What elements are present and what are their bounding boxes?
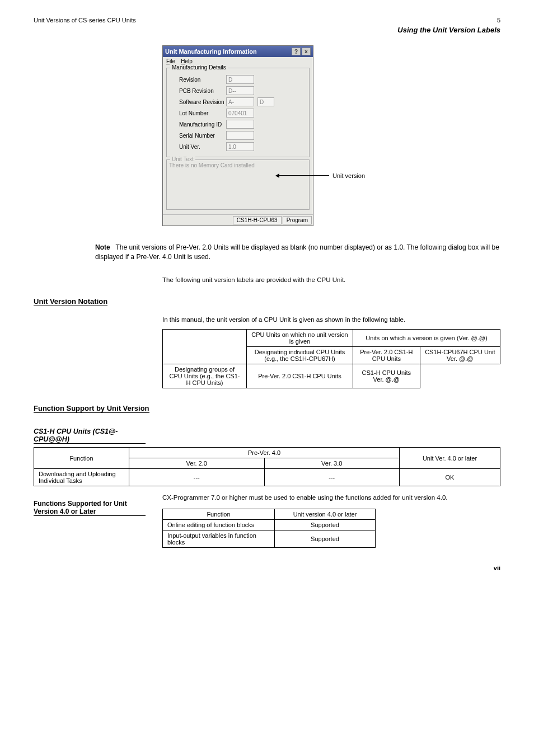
func-text-heading: Functions Supported for Unit Version 4.0… bbox=[34, 500, 146, 516]
header-right: 5 bbox=[497, 17, 500, 24]
input-lot: 070401 bbox=[226, 109, 254, 118]
dialog-window: Unit Manufacturing Information ? × File … bbox=[162, 45, 313, 226]
header-left: Unit Versions of CS-series CPU Units bbox=[34, 17, 136, 24]
label-serial: Serial Number bbox=[170, 133, 226, 139]
t2-h-v4: Unit Ver. 4.0 or later bbox=[400, 448, 500, 469]
table1-wrap: CPU Units on which no unit version is gi… bbox=[162, 329, 500, 388]
menu-help[interactable]: Help bbox=[181, 58, 193, 64]
notation-heading: Unit Version Notation bbox=[34, 297, 107, 306]
t3-r1a: Online editing of function blocks bbox=[163, 520, 275, 530]
t1-h1: CPU Units on which no unit version is gi… bbox=[247, 330, 353, 347]
t2-h-func: Function bbox=[34, 448, 129, 469]
t1-h-blank bbox=[163, 330, 247, 364]
input-unitver: 1.0 bbox=[226, 142, 254, 151]
t2-h-v3: Ver. 3.0 bbox=[264, 458, 400, 469]
group-unit-text: Unit Text There is no Memory Card instal… bbox=[166, 159, 310, 210]
t2-r1b2: --- bbox=[264, 469, 400, 486]
func-heading: Function Support by Unit Version bbox=[34, 404, 149, 413]
input-mfg bbox=[226, 120, 254, 129]
statusbar: CS1H-H-CPU63 Program bbox=[163, 214, 313, 226]
t1-r1c: CS1H-CPU67H CPU Unit Ver. @.@ bbox=[420, 347, 500, 364]
t1-r1a: Designating individual CPU Units (e.g., … bbox=[247, 347, 353, 364]
input-pcb: D-- bbox=[226, 86, 254, 95]
t2-r1c: OK bbox=[400, 469, 500, 486]
label-revision: Revision bbox=[170, 77, 226, 83]
arrow-icon bbox=[279, 175, 329, 176]
t2-r1: Downloading and Uploading Individual Tas… bbox=[34, 469, 129, 486]
t2-h-v2: Ver. 2.0 bbox=[129, 458, 265, 469]
label-lot: Lot Number bbox=[170, 110, 226, 116]
status-model: CS1H-H-CPU63 bbox=[233, 216, 282, 224]
notation-text: In this manual, the unit version of a CP… bbox=[162, 315, 500, 325]
t1-r2b: Pre-Ver. 2.0 CS1-H CPU Units bbox=[247, 364, 353, 388]
group-title-1: Manufacturing Details bbox=[170, 64, 228, 71]
input-sw2: D bbox=[257, 97, 274, 106]
input-revision: D bbox=[226, 75, 254, 84]
titlebar: Unit Manufacturing Information ? × bbox=[163, 46, 313, 57]
arrow-label: Unit version bbox=[332, 172, 365, 179]
t3-r1b: Supported bbox=[275, 520, 376, 530]
input-serial bbox=[226, 131, 254, 140]
t2-r1b: --- bbox=[129, 469, 265, 486]
t3-h2: Unit version 4.0 or later bbox=[275, 509, 376, 520]
labels-text: The following unit version labels are pr… bbox=[162, 275, 500, 285]
dialog-title: Unit Manufacturing Information bbox=[165, 48, 257, 55]
unit-text-content: There is no Memory Card installed bbox=[169, 162, 255, 168]
t1-r2a: Designating groups of CPU Units (e.g., t… bbox=[163, 364, 247, 388]
group-manufacturing: Manufacturing Details Revision D PCB Rev… bbox=[166, 68, 310, 157]
note-text: The unit versions of Pre-Ver. 2.0 Units … bbox=[95, 243, 499, 261]
note-label: Note bbox=[95, 243, 110, 251]
header-sub: Using the Unit Version Labels bbox=[34, 26, 500, 34]
menu-file[interactable]: File bbox=[166, 58, 175, 64]
note-block: Note The unit versions of Pre-Ver. 2.0 U… bbox=[95, 243, 500, 262]
t3-r2a: Input-output variables in function block… bbox=[163, 530, 275, 548]
label-sw: Software Revision bbox=[170, 99, 226, 105]
page-number: vii bbox=[34, 565, 500, 571]
t3-h1: Function bbox=[163, 509, 275, 520]
status-mode: Program bbox=[283, 216, 312, 224]
table-notation: CPU Units on which no unit version is gi… bbox=[162, 329, 500, 388]
func-sub: CS1-H CPU Units (CS1@-CPU@@H) bbox=[34, 428, 146, 444]
close-icon[interactable]: × bbox=[302, 48, 311, 55]
label-pcb: PCB Revision bbox=[170, 88, 226, 94]
label-unitver: Unit Ver. bbox=[170, 144, 226, 150]
t1-r2c: CS1-H CPU Units Ver. @.@ bbox=[353, 364, 420, 388]
t3-r2b: Supported bbox=[275, 530, 376, 548]
t2-h-pre4: Pre-Ver. 4.0 bbox=[129, 448, 400, 458]
t1-h2: Units on which a version is given (Ver. … bbox=[353, 330, 500, 347]
t1-r1b: Pre-Ver. 2.0 CS1-H CPU Units bbox=[353, 347, 420, 364]
help-icon[interactable]: ? bbox=[292, 48, 301, 55]
input-sw1: A- bbox=[226, 97, 254, 106]
func-text2: CX-Programmer 7.0 or higher must be used… bbox=[162, 494, 500, 501]
label-mfg: Manufacturing ID bbox=[170, 121, 226, 128]
group-title-2: Unit Text bbox=[170, 156, 195, 162]
dialog-figure: Unit Manufacturing Information ? × File … bbox=[162, 45, 500, 226]
table-func1: Function Pre-Ver. 4.0 Unit Ver. 4.0 or l… bbox=[34, 447, 500, 486]
table-func2: Function Unit version 4.0 or later Onlin… bbox=[162, 509, 376, 548]
